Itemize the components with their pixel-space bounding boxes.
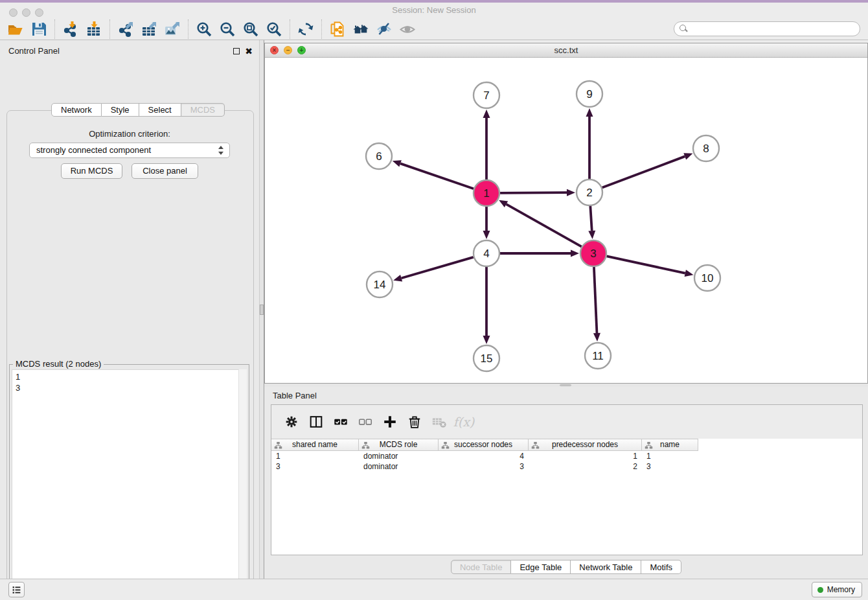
node-2[interactable]: 2 (577, 179, 602, 205)
hide-selected-icon (376, 21, 393, 38)
toolbar-separator (109, 19, 110, 39)
column-header-name[interactable]: name (642, 439, 698, 451)
table-cell[interactable]: 1 (642, 451, 698, 461)
import-network-button[interactable] (59, 19, 82, 39)
network-canvas[interactable]: 1234678910111415 (265, 58, 867, 383)
resize-dimple[interactable] (560, 384, 571, 386)
float-panel-icon[interactable] (233, 48, 240, 54)
tab-style[interactable]: Style (102, 103, 139, 117)
apply-layout-button[interactable] (294, 19, 317, 39)
search-input[interactable] (674, 21, 860, 36)
tab-network-table[interactable]: Network Table (571, 560, 641, 574)
task-history-button[interactable] (8, 582, 25, 597)
table-cell[interactable]: 2 (529, 461, 642, 472)
column-header-successor-nodes[interactable]: successor nodes (439, 439, 529, 451)
table-row[interactable]: 1dominator411 (271, 451, 862, 461)
panel-split-divider[interactable] (259, 40, 264, 579)
show-all-nodes-edges-button[interactable] (349, 19, 372, 39)
add-column-button[interactable] (378, 410, 402, 433)
hide-selected-button[interactable] (372, 19, 396, 39)
app-title: Session: New Session (0, 5, 868, 15)
edge-3-10[interactable] (607, 256, 694, 277)
tab-mcds[interactable]: MCDS (181, 103, 225, 117)
edge-3-1[interactable] (499, 200, 582, 247)
export-table-button[interactable] (137, 19, 161, 39)
column-header-shared-name[interactable]: shared name (271, 439, 359, 451)
close-panel-icon[interactable]: ✖ (244, 47, 253, 56)
column-header-MCDS-role[interactable]: MCDS role (359, 439, 439, 451)
mcds-result-text[interactable]: 1 3 (12, 369, 247, 600)
column-header-predecessor-nodes[interactable]: predecessor nodes (529, 439, 642, 451)
network-window-titlebar[interactable]: × – + scc.txt (265, 43, 867, 58)
edge-3-11[interactable] (593, 267, 600, 341)
export-image-button[interactable] (161, 19, 184, 39)
tab-edge-table[interactable]: Edge Table (511, 560, 571, 574)
table-toolbar: f(x) (271, 405, 862, 439)
mcds-result-scrollbar[interactable] (238, 369, 247, 600)
hierarchy-icon (531, 441, 540, 450)
select-all-columns-icon (333, 414, 348, 430)
export-network-button[interactable] (114, 19, 137, 39)
column-label: MCDS role (380, 440, 418, 449)
edge-4-14[interactable] (393, 257, 474, 282)
edge-4-3[interactable] (500, 250, 579, 257)
delete-table-button (427, 410, 451, 433)
split-panel-button[interactable] (304, 410, 328, 433)
table-cell[interactable]: 3 (439, 461, 529, 472)
edge-1-2[interactable] (500, 189, 575, 196)
import-table-button[interactable] (82, 19, 106, 39)
open-file-button[interactable] (4, 19, 27, 39)
table-settings-button[interactable] (279, 410, 304, 433)
table-cell[interactable]: dominator (359, 461, 439, 472)
node-6[interactable]: 6 (366, 143, 392, 169)
node-8[interactable]: 8 (693, 135, 719, 161)
node-14[interactable]: 14 (367, 271, 393, 297)
select-all-columns-button[interactable] (328, 410, 353, 433)
new-network-from-selection-button[interactable] (326, 19, 349, 39)
node-7[interactable]: 7 (474, 82, 499, 108)
edge-1-6[interactable] (393, 160, 474, 189)
function-builder-icon: f(x) (453, 415, 475, 429)
node-1[interactable]: 1 (474, 180, 499, 206)
table-cell[interactable]: 4 (439, 451, 529, 461)
run-mcds-button[interactable]: Run MCDS (61, 163, 122, 179)
node-11[interactable]: 11 (585, 343, 611, 369)
node-9[interactable]: 9 (577, 81, 602, 107)
function-builder-button: f(x) (451, 410, 476, 433)
table-cell[interactable]: 3 (642, 461, 698, 472)
zoom-selected-button[interactable] (262, 19, 286, 39)
node-10[interactable]: 10 (694, 265, 720, 291)
table-cell[interactable]: 1 (271, 451, 359, 461)
node-3[interactable]: 3 (580, 240, 606, 266)
status-bar: Memory (0, 579, 868, 600)
tab-motifs[interactable]: Motifs (641, 560, 681, 574)
node-4[interactable]: 4 (474, 240, 499, 266)
criterion-select[interactable]: strongly connected component (29, 143, 230, 158)
table-row[interactable]: 3dominator323 (271, 461, 862, 472)
table-cell[interactable]: 1 (529, 451, 642, 461)
zoom-out-button[interactable] (216, 19, 239, 39)
save-session-button[interactable] (27, 19, 51, 39)
edge-2-3[interactable] (588, 206, 595, 239)
edge-2-9[interactable] (586, 108, 593, 179)
column-label: predecessor nodes (552, 440, 618, 449)
save-session-icon (30, 21, 47, 38)
zoom-fit-icon (242, 21, 259, 38)
edge-4-15[interactable] (483, 267, 490, 344)
node-15[interactable]: 15 (474, 345, 499, 371)
zoom-in-button[interactable] (192, 19, 216, 39)
tab-node-table[interactable]: Node Table (451, 560, 512, 574)
tab-select[interactable]: Select (139, 103, 181, 117)
delete-columns-button[interactable] (402, 410, 427, 433)
edge-1-7[interactable] (483, 110, 490, 179)
edge-1-4[interactable] (483, 207, 490, 239)
table-cell[interactable]: dominator (359, 451, 439, 461)
close-panel-button[interactable]: Close panel (131, 163, 198, 179)
memory-button[interactable]: Memory (812, 582, 862, 597)
table-cell[interactable]: 3 (271, 461, 359, 472)
split-grab-handle[interactable] (260, 305, 264, 315)
edge-2-8[interactable] (602, 153, 693, 187)
tab-network[interactable]: Network (51, 103, 102, 117)
unselect-all-columns-button[interactable] (353, 410, 378, 433)
zoom-fit-button[interactable] (239, 19, 262, 39)
